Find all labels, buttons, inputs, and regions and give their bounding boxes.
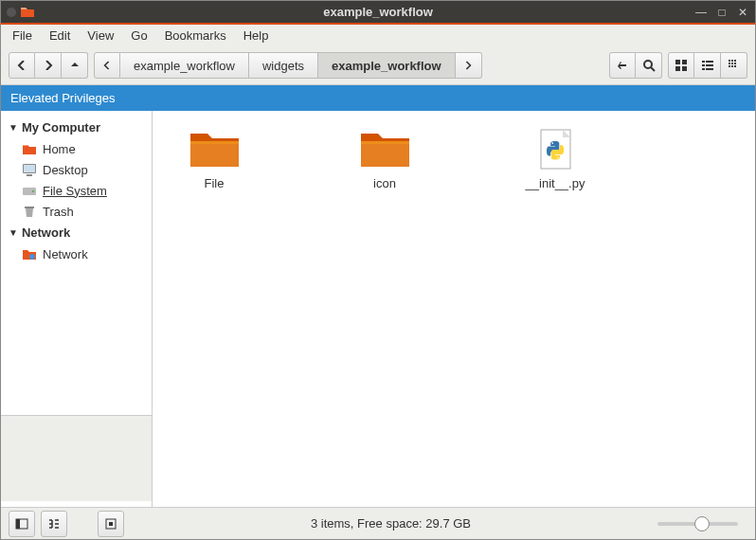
sidebar-item-filesystem[interactable]: File System: [1, 180, 152, 201]
file-label: icon: [342, 176, 427, 190]
sidebar-section-mycomputer[interactable]: ▼My Computer: [1, 117, 152, 138]
svg-rect-12: [731, 60, 733, 62]
sidebar-item-network[interactable]: Network: [1, 243, 152, 264]
zoom-slider[interactable]: [657, 522, 738, 526]
toolbar: example_workflow widgets example_workflo…: [1, 46, 755, 85]
privilege-text: Elevated Privileges: [10, 91, 116, 105]
folder-icon: [189, 128, 241, 171]
breadcrumb-segment-2[interactable]: example_workflow: [318, 52, 456, 79]
sidebar-item-home[interactable]: Home: [1, 138, 152, 159]
svg-rect-4: [682, 66, 687, 71]
tree-pane-button[interactable]: [41, 511, 67, 537]
svg-point-24: [32, 190, 34, 192]
menubar: File Edit View Go Bookmarks Help: [1, 25, 755, 46]
svg-rect-21: [24, 165, 35, 172]
privilege-bar: Elevated Privileges: [1, 85, 755, 111]
breadcrumb-next-button[interactable]: [456, 52, 482, 79]
svg-rect-31: [16, 519, 20, 529]
titlebar: example_workflow — □ ✕: [1, 1, 755, 25]
svg-rect-9: [702, 68, 705, 70]
svg-rect-13: [734, 60, 736, 62]
chevron-down-icon: ▼: [9, 227, 18, 238]
list-view-button[interactable]: [694, 52, 721, 79]
breadcrumb-bar: example_workflow widgets example_workflo…: [94, 52, 482, 79]
svg-point-29: [557, 157, 559, 159]
file-item-folder-file[interactable]: File: [171, 128, 257, 190]
content-area: ▼My Computer Home Desktop File System Tr…: [1, 111, 755, 507]
menu-file[interactable]: File: [12, 28, 32, 43]
svg-rect-19: [734, 65, 736, 67]
drive-icon: [22, 183, 37, 198]
svg-rect-10: [706, 68, 713, 70]
svg-rect-25: [25, 207, 34, 208]
sidebar-item-desktop[interactable]: Desktop: [1, 159, 152, 180]
menu-help[interactable]: Help: [243, 28, 269, 43]
svg-rect-17: [729, 65, 730, 67]
sidebar-item-trash[interactable]: Trash: [1, 201, 152, 222]
file-manager-window: example_workflow — □ ✕ File Edit View Go…: [0, 0, 756, 540]
icon-view-button[interactable]: [668, 52, 694, 79]
menu-edit[interactable]: Edit: [49, 28, 70, 43]
window-dot: [7, 8, 16, 17]
svg-rect-2: [682, 60, 687, 64]
chevron-down-icon: ▼: [9, 122, 18, 133]
close-pane-button[interactable]: [98, 511, 124, 537]
file-item-folder-icon[interactable]: icon: [342, 128, 427, 190]
up-button[interactable]: [62, 52, 88, 79]
places-pane-button[interactable]: [9, 511, 35, 537]
svg-point-28: [551, 142, 553, 144]
status-text: 3 items, Free space: 29.7 GB: [130, 516, 652, 531]
svg-rect-5: [702, 61, 705, 63]
toggle-location-button[interactable]: [609, 52, 636, 79]
file-view[interactable]: File icon __init__.py: [153, 111, 755, 507]
svg-rect-18: [731, 65, 733, 67]
folder-icon: [359, 128, 411, 171]
view-mode-buttons: [668, 52, 747, 79]
file-label: __init__.py: [513, 176, 598, 190]
svg-rect-33: [109, 522, 113, 526]
statusbar: 3 items, Free space: 29.7 GB: [1, 507, 755, 539]
breadcrumb-segment-1[interactable]: widgets: [249, 52, 318, 79]
forward-button[interactable]: [35, 52, 62, 79]
svg-rect-7: [702, 64, 705, 66]
maximize-button[interactable]: □: [715, 6, 729, 19]
sidebar-section-network[interactable]: ▼Network: [1, 222, 152, 243]
svg-rect-22: [27, 174, 32, 176]
svg-rect-1: [675, 60, 680, 64]
breadcrumb-segment-0[interactable]: example_workflow: [120, 52, 249, 79]
trash-icon: [22, 204, 37, 219]
menu-bookmarks[interactable]: Bookmarks: [165, 28, 226, 43]
svg-rect-11: [729, 60, 730, 62]
breadcrumb-prev-button[interactable]: [94, 52, 120, 79]
file-label: File: [171, 176, 257, 190]
toolbar-right-group1: [609, 52, 662, 79]
python-file-icon: [530, 128, 582, 171]
file-item-init-py[interactable]: __init__.py: [513, 128, 598, 190]
app-folder-icon: [20, 5, 35, 20]
svg-rect-3: [675, 66, 680, 71]
svg-rect-6: [706, 61, 713, 63]
search-button[interactable]: [636, 52, 662, 79]
svg-rect-14: [729, 63, 730, 64]
compact-view-button[interactable]: [721, 52, 747, 79]
home-icon: [22, 141, 37, 156]
svg-rect-16: [734, 63, 736, 64]
svg-rect-8: [706, 64, 713, 66]
svg-rect-15: [731, 63, 733, 64]
back-button[interactable]: [9, 52, 35, 79]
menu-go[interactable]: Go: [131, 28, 147, 43]
nav-buttons: [9, 52, 88, 79]
svg-point-0: [644, 61, 652, 68]
desktop-icon: [22, 162, 37, 177]
window-controls: — □ ✕: [694, 6, 749, 19]
network-icon: [22, 246, 37, 261]
close-button[interactable]: ✕: [736, 6, 749, 19]
window-title: example_workflow: [323, 5, 433, 19]
menu-view[interactable]: View: [87, 28, 114, 43]
svg-point-26: [29, 254, 35, 260]
minimize-button[interactable]: —: [694, 6, 708, 19]
sidebar: ▼My Computer Home Desktop File System Tr…: [1, 111, 153, 507]
